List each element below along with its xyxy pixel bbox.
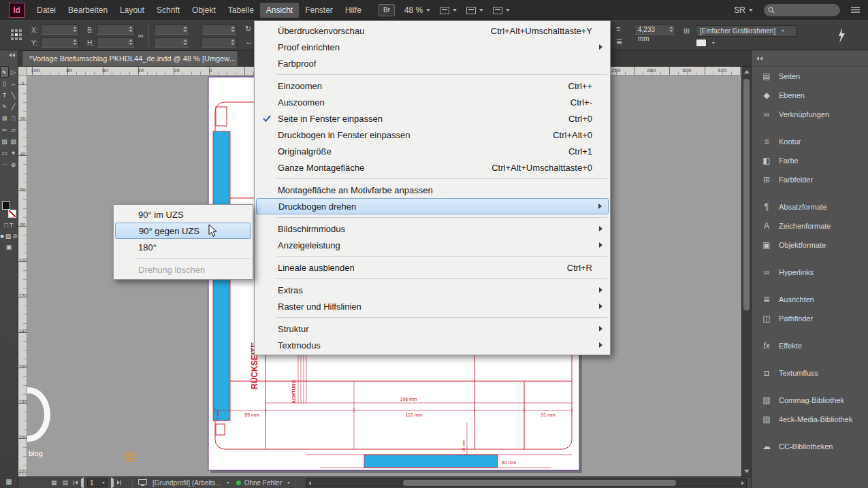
submenu-item-90-im-uzs[interactable]: 90° im UZS [115,206,251,223]
menu-item-einzoomen[interactable]: Einzoomen Ctrl++ [256,78,609,94]
menu-item-montageflaeche-an-motivfarbe[interactable]: Montagefläche an Motivfarbe anpassen [256,182,609,198]
scale-y-field[interactable] [154,37,189,48]
menu-item-textmodus[interactable]: Textmodus [256,337,609,353]
menu-item-extras[interactable]: Extras [256,282,609,298]
selection-tool[interactable]: ↖ [0,66,9,78]
horizontal-scroll-thumb[interactable] [403,480,675,486]
distribute-icon[interactable]: ≣ [616,37,622,46]
line-tool[interactable]: ╲ [9,89,18,101]
pen-tool[interactable]: ✎ [0,101,9,112]
submenu-item-180[interactable]: 180° [115,239,251,255]
vertical-scroll-thumb[interactable] [743,79,750,310]
menu-ansicht[interactable]: Ansicht [260,3,299,18]
rotation-field[interactable] [202,25,237,35]
grid-icon[interactable]: ⊞ [684,27,690,35]
menu-fenster[interactable]: Fenster [299,3,339,18]
menu-item-druckbogen-in-fenster-einpassen[interactable]: Druckbogen in Fenster einpassen Ctrl+Alt… [256,127,609,143]
gradient-feather-tool[interactable]: ▧ [9,135,18,147]
page-layout-icon[interactable]: ▤ [63,479,69,486]
dock-item-absatzformate[interactable]: ¶Absatzformate [752,197,868,216]
dock-item-cc-bibliotheken[interactable]: ☁CC-Bibliotheken [752,437,868,456]
menu-item-lineale-ausblenden[interactable]: Lineale ausblenden Ctrl+R [256,259,609,276]
submenu-item-90-gegen-uzs[interactable]: 90° gegen UZS [115,223,251,239]
y-field[interactable] [41,37,79,48]
height-field[interactable] [97,37,135,48]
object-style-dropdown[interactable]: [Einfacher Grafikrahmen] [696,25,797,37]
collapse-tools-icon[interactable] [0,50,18,59]
bridge-button[interactable]: Br [379,4,395,16]
direct-selection-tool[interactable]: ▷ [9,66,18,78]
fill-swatch-dropdown[interactable] [696,39,707,47]
workspace-switcher[interactable]: SR [734,5,753,15]
menu-hilfe[interactable]: Hilfe [339,3,368,18]
menu-item-anzeigeleistung[interactable]: Anzeigeleistung [256,237,609,253]
constrain-proportions-icon[interactable]: ∞ [138,31,144,39]
dock-item-kontur[interactable]: ≡Kontur [752,132,868,151]
free-transform-tool[interactable]: ▱ [9,124,18,135]
dock-item-ausrichten[interactable]: ≣Ausrichten [752,290,868,309]
search-input[interactable] [764,4,840,16]
dock-item-farbe[interactable]: ◧Farbe [752,151,868,170]
menu-schrift[interactable]: Schrift [150,3,186,18]
rectangle-tool[interactable]: □ [9,112,18,124]
menu-item-farbproof[interactable]: Farbproof [256,55,609,71]
gradient-swatch-tool[interactable]: ▨ [0,135,9,147]
dock-item-verknuepfungen[interactable]: ∞Verknüpfungen [752,105,868,124]
dock-item-zeichenformate[interactable]: AZeichenformate [752,216,868,235]
menu-item-ueberdruckenvorschau[interactable]: Überdruckenvorschau Ctrl+Alt+Umschalttas… [256,22,609,39]
vertical-ruler[interactable]: 0 20 40 60 80 100 120 140 160 180 200 22… [18,76,27,476]
fill-stroke-control[interactable] [2,201,16,218]
document-tab[interactable]: *Vorlage Briefumschlag PKHDL44_de.indd @… [22,50,238,66]
type-tool[interactable]: T [0,89,9,101]
vertical-scrollbar[interactable] [741,67,751,476]
gap-field[interactable]: 4,233 mm [634,25,675,35]
first-page-button[interactable] [74,481,78,485]
x-field[interactable] [41,25,79,35]
screen-mode-dropdown[interactable] [466,7,483,14]
menu-item-struktur[interactable]: Struktur [256,321,609,337]
ruler-origin-corner[interactable] [18,67,27,76]
pencil-tool[interactable]: ╱ [9,101,18,112]
preview-mode-button[interactable]: ▦ [0,478,18,485]
stepper-icon[interactable] [73,27,77,32]
preflight-grid-icon[interactable]: ▦ [51,479,57,486]
expand-panels-icon[interactable] [752,50,868,67]
arrange-documents-dropdown[interactable] [493,7,510,14]
stroke-color-swatch[interactable] [8,210,16,218]
stepper-icon[interactable] [129,39,133,45]
scroll-left-icon[interactable] [308,481,311,485]
horizontal-scrollbar[interactable] [306,478,747,487]
last-page-button[interactable] [117,481,121,485]
dock-item-textumfluss[interactable]: ◘Textumfluss [752,363,868,383]
apply-none-button[interactable]: ⊘ [12,233,18,240]
zoom-level-dropdown[interactable]: 48 % [404,5,430,15]
preflight-profile-dropdown[interactable]: [Grundprofil] (Arbeits... [152,479,229,487]
reference-point-proxy[interactable] [11,29,25,43]
dock-item-commag-bibliothek[interactable]: ▥Commag-Bibliothek [752,391,868,410]
scroll-up-icon[interactable] [744,70,750,74]
zoom-tool[interactable]: ⊕ [9,159,18,170]
dock-item-farbfelder[interactable]: ⊞Farbfelder [752,170,868,189]
menu-item-originalgroesse[interactable]: Originalgröße Ctrl+1 [256,143,609,159]
dock-item-hyperlinks[interactable]: ∞Hyperlinks [752,263,868,282]
menu-tabelle[interactable]: Tabelle [222,3,260,18]
stepper-icon[interactable] [129,27,133,32]
dock-item-objektformate[interactable]: ▣Objektformate [752,235,868,255]
dock-item-4eck-media-bibliothek[interactable]: ▥4eck-Media-Bibliothek [752,410,868,429]
align-icon[interactable]: ≡ [616,25,620,33]
apply-gradient-button[interactable]: ▨ [5,233,12,240]
formatting-affects-text-button[interactable]: T [10,222,14,229]
scissors-tool[interactable]: ✂ [0,124,9,135]
scale-x-field[interactable] [154,25,189,35]
rotate-cw-icon[interactable]: ↻ [245,25,251,33]
shear-field[interactable] [202,37,237,48]
menu-item-druckbogen-drehen[interactable]: Druckbogen drehen [256,198,609,214]
menu-item-seite-in-fenster-einpassen[interactable]: Seite in Fenster einpassen Ctrl+0 [256,110,609,127]
menu-layout[interactable]: Layout [114,3,150,18]
menu-item-bildschirmmodus[interactable]: Bildschirmmodus [256,221,609,237]
dock-item-effekte[interactable]: fxEffekte [752,336,868,355]
scroll-down-icon[interactable] [744,470,750,473]
app-menu-icon[interactable] [851,5,860,15]
flip-horizontal-icon[interactable]: ↔ [245,37,253,46]
display-performance-icon[interactable] [138,479,147,486]
